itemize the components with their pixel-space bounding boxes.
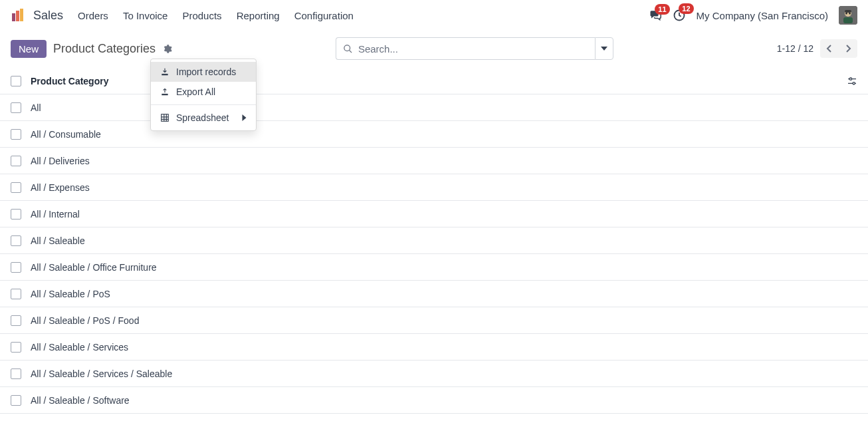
- svg-rect-2: [20, 9, 23, 21]
- chevron-right-icon: [242, 114, 247, 121]
- list-row[interactable]: All: [0, 94, 868, 121]
- row-name: All / Saleable / Services: [31, 342, 857, 353]
- row-checkbox[interactable]: [11, 235, 21, 246]
- gear-icon[interactable]: [162, 44, 172, 54]
- row-checkbox[interactable]: [11, 129, 21, 140]
- select-all-checkbox[interactable]: [11, 76, 21, 86]
- control-row: New Product Categories 1-12 / 12: [0, 31, 868, 68]
- cog-dropdown: Import records Export All Spreadsheet: [150, 59, 257, 131]
- svg-point-10: [344, 45, 350, 51]
- list-row[interactable]: All / Saleable / Services / Saleable: [0, 361, 868, 387]
- messaging-icon[interactable]: 11: [649, 9, 662, 21]
- svg-rect-7: [845, 10, 851, 13]
- row-checkbox[interactable]: [11, 156, 21, 166]
- row-name: All / Saleable / PoS / Food: [31, 315, 857, 326]
- list-row[interactable]: All / Saleable / Office Furniture: [0, 254, 868, 281]
- row-name: All / Internal: [31, 209, 857, 220]
- menu-separator: [151, 104, 256, 105]
- page-title: Product Categories: [53, 42, 156, 56]
- svg-point-12: [853, 82, 855, 84]
- svg-rect-1: [16, 11, 19, 21]
- list-row[interactable]: All / Saleable / PoS / Food: [0, 307, 868, 334]
- list-row[interactable]: All / Internal: [0, 201, 868, 227]
- row-checkbox[interactable]: [11, 315, 21, 326]
- svg-rect-13: [162, 114, 169, 122]
- search-input[interactable]: [358, 43, 588, 55]
- row-checkbox[interactable]: [11, 342, 21, 353]
- list-row[interactable]: All / Saleable / Software: [0, 387, 868, 414]
- row-name: All / Saleable / Services / Saleable: [31, 368, 857, 379]
- list-row[interactable]: All / Deliveries: [0, 148, 868, 174]
- list-row[interactable]: All / Consumable: [0, 121, 868, 148]
- menu-export-all[interactable]: Export All: [151, 82, 256, 102]
- new-button[interactable]: New: [11, 40, 47, 58]
- upload-icon: [160, 87, 169, 96]
- list-view: Product Category All All / Consumable Al…: [0, 68, 868, 414]
- pager: 1-12 / 12: [777, 39, 857, 58]
- optional-fields-icon[interactable]: [847, 76, 857, 86]
- search: [336, 37, 613, 60]
- company-name[interactable]: My Company (San Francisco): [697, 10, 828, 21]
- row-checkbox[interactable]: [11, 182, 21, 193]
- activities-icon[interactable]: 12: [673, 9, 686, 22]
- list-header: Product Category: [0, 68, 868, 94]
- app-name[interactable]: Sales: [33, 9, 63, 23]
- row-checkbox[interactable]: [11, 289, 21, 299]
- search-icon: [343, 44, 353, 54]
- menu-label: Import records: [176, 67, 236, 77]
- nav-to-invoice[interactable]: To Invoice: [123, 10, 168, 21]
- row-name: All / Saleable / Software: [31, 395, 857, 406]
- menu-label: Export All: [176, 86, 215, 97]
- row-name: All / Expenses: [31, 182, 857, 193]
- svg-rect-0: [12, 13, 15, 21]
- spreadsheet-icon: [160, 113, 169, 122]
- nav-products[interactable]: Products: [182, 10, 221, 21]
- messaging-badge: 11: [655, 4, 669, 15]
- navbar: Sales Orders To Invoice Products Reporti…: [0, 0, 868, 31]
- download-icon: [160, 67, 169, 76]
- row-name: All / Saleable / Office Furniture: [31, 262, 857, 273]
- list-row[interactable]: All / Expenses: [0, 174, 868, 201]
- svg-point-11: [849, 78, 851, 80]
- app-logo[interactable]: [11, 8, 25, 23]
- menu-import-records[interactable]: Import records: [151, 62, 256, 82]
- svg-rect-8: [845, 13, 847, 15]
- nav-configuration[interactable]: Configuration: [294, 10, 354, 21]
- list-row[interactable]: All / Saleable / PoS: [0, 281, 868, 307]
- row-checkbox[interactable]: [11, 262, 21, 273]
- pager-next[interactable]: [839, 39, 857, 58]
- nav-links: Orders To Invoice Products Reporting Con…: [78, 10, 354, 21]
- row-checkbox[interactable]: [11, 368, 21, 379]
- row-name: All / Saleable / PoS: [31, 289, 857, 299]
- menu-spreadsheet[interactable]: Spreadsheet: [151, 108, 256, 128]
- row-name: All / Deliveries: [31, 156, 857, 166]
- activities-badge: 12: [679, 3, 693, 14]
- nav-reporting[interactable]: Reporting: [237, 10, 280, 21]
- navbar-right: 11 12 My Company (San Francisco): [649, 6, 857, 25]
- search-options-toggle[interactable]: [595, 37, 613, 60]
- svg-rect-6: [843, 17, 853, 23]
- row-checkbox[interactable]: [11, 102, 21, 113]
- pager-count[interactable]: 1-12 / 12: [777, 43, 814, 54]
- list-row[interactable]: All / Saleable / Services: [0, 334, 868, 361]
- svg-rect-9: [849, 13, 851, 15]
- nav-orders[interactable]: Orders: [78, 10, 108, 21]
- search-input-wrap[interactable]: [336, 37, 595, 60]
- list-row[interactable]: All / Saleable: [0, 227, 868, 254]
- row-checkbox[interactable]: [11, 209, 21, 220]
- pager-prev[interactable]: [820, 39, 839, 58]
- menu-label: Spreadsheet: [176, 112, 229, 123]
- avatar[interactable]: [839, 6, 857, 25]
- row-name: All / Saleable: [31, 235, 857, 246]
- row-checkbox[interactable]: [11, 395, 21, 406]
